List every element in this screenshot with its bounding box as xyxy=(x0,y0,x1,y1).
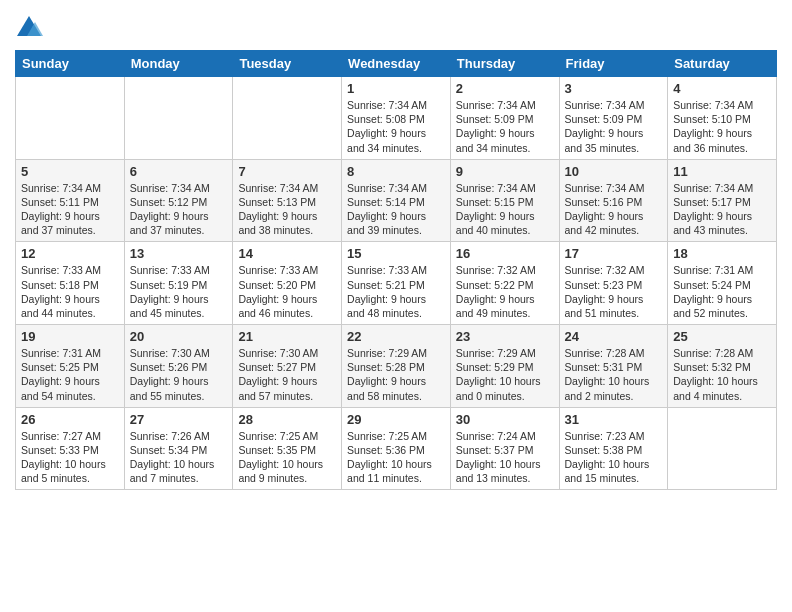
day-cell xyxy=(233,77,342,160)
header-cell-sunday: Sunday xyxy=(16,51,125,77)
day-info: Sunrise: 7:34 AM Sunset: 5:17 PM Dayligh… xyxy=(673,181,771,238)
calendar-body: 1Sunrise: 7:34 AM Sunset: 5:08 PM Daylig… xyxy=(16,77,777,490)
day-number: 4 xyxy=(673,81,771,96)
day-number: 21 xyxy=(238,329,336,344)
day-info: Sunrise: 7:32 AM Sunset: 5:22 PM Dayligh… xyxy=(456,263,554,320)
header-cell-saturday: Saturday xyxy=(668,51,777,77)
day-cell: 4Sunrise: 7:34 AM Sunset: 5:10 PM Daylig… xyxy=(668,77,777,160)
day-number: 24 xyxy=(565,329,663,344)
day-number: 5 xyxy=(21,164,119,179)
day-number: 3 xyxy=(565,81,663,96)
day-info: Sunrise: 7:30 AM Sunset: 5:27 PM Dayligh… xyxy=(238,346,336,403)
day-cell xyxy=(124,77,233,160)
day-info: Sunrise: 7:25 AM Sunset: 5:35 PM Dayligh… xyxy=(238,429,336,486)
header-row: SundayMondayTuesdayWednesdayThursdayFrid… xyxy=(16,51,777,77)
day-number: 16 xyxy=(456,246,554,261)
day-info: Sunrise: 7:34 AM Sunset: 5:12 PM Dayligh… xyxy=(130,181,228,238)
week-row-5: 26Sunrise: 7:27 AM Sunset: 5:33 PM Dayli… xyxy=(16,407,777,490)
day-info: Sunrise: 7:28 AM Sunset: 5:31 PM Dayligh… xyxy=(565,346,663,403)
day-info: Sunrise: 7:31 AM Sunset: 5:25 PM Dayligh… xyxy=(21,346,119,403)
day-number: 2 xyxy=(456,81,554,96)
day-info: Sunrise: 7:33 AM Sunset: 5:19 PM Dayligh… xyxy=(130,263,228,320)
day-cell: 5Sunrise: 7:34 AM Sunset: 5:11 PM Daylig… xyxy=(16,159,125,242)
day-cell: 29Sunrise: 7:25 AM Sunset: 5:36 PM Dayli… xyxy=(342,407,451,490)
day-cell: 7Sunrise: 7:34 AM Sunset: 5:13 PM Daylig… xyxy=(233,159,342,242)
day-cell: 24Sunrise: 7:28 AM Sunset: 5:31 PM Dayli… xyxy=(559,325,668,408)
day-info: Sunrise: 7:25 AM Sunset: 5:36 PM Dayligh… xyxy=(347,429,445,486)
header-cell-friday: Friday xyxy=(559,51,668,77)
day-number: 27 xyxy=(130,412,228,427)
day-info: Sunrise: 7:34 AM Sunset: 5:09 PM Dayligh… xyxy=(456,98,554,155)
header-cell-tuesday: Tuesday xyxy=(233,51,342,77)
day-number: 7 xyxy=(238,164,336,179)
day-number: 29 xyxy=(347,412,445,427)
day-number: 30 xyxy=(456,412,554,427)
day-info: Sunrise: 7:33 AM Sunset: 5:21 PM Dayligh… xyxy=(347,263,445,320)
week-row-1: 1Sunrise: 7:34 AM Sunset: 5:08 PM Daylig… xyxy=(16,77,777,160)
week-row-2: 5Sunrise: 7:34 AM Sunset: 5:11 PM Daylig… xyxy=(16,159,777,242)
day-cell: 20Sunrise: 7:30 AM Sunset: 5:26 PM Dayli… xyxy=(124,325,233,408)
day-number: 1 xyxy=(347,81,445,96)
day-number: 13 xyxy=(130,246,228,261)
day-info: Sunrise: 7:29 AM Sunset: 5:29 PM Dayligh… xyxy=(456,346,554,403)
day-cell: 3Sunrise: 7:34 AM Sunset: 5:09 PM Daylig… xyxy=(559,77,668,160)
day-cell: 8Sunrise: 7:34 AM Sunset: 5:14 PM Daylig… xyxy=(342,159,451,242)
day-cell: 28Sunrise: 7:25 AM Sunset: 5:35 PM Dayli… xyxy=(233,407,342,490)
day-info: Sunrise: 7:27 AM Sunset: 5:33 PM Dayligh… xyxy=(21,429,119,486)
day-cell: 30Sunrise: 7:24 AM Sunset: 5:37 PM Dayli… xyxy=(450,407,559,490)
week-row-3: 12Sunrise: 7:33 AM Sunset: 5:18 PM Dayli… xyxy=(16,242,777,325)
logo-icon xyxy=(15,14,43,42)
day-number: 17 xyxy=(565,246,663,261)
day-cell: 26Sunrise: 7:27 AM Sunset: 5:33 PM Dayli… xyxy=(16,407,125,490)
day-number: 10 xyxy=(565,164,663,179)
day-number: 12 xyxy=(21,246,119,261)
day-number: 9 xyxy=(456,164,554,179)
day-info: Sunrise: 7:33 AM Sunset: 5:20 PM Dayligh… xyxy=(238,263,336,320)
day-number: 22 xyxy=(347,329,445,344)
day-number: 11 xyxy=(673,164,771,179)
day-cell: 1Sunrise: 7:34 AM Sunset: 5:08 PM Daylig… xyxy=(342,77,451,160)
day-info: Sunrise: 7:30 AM Sunset: 5:26 PM Dayligh… xyxy=(130,346,228,403)
day-number: 15 xyxy=(347,246,445,261)
page-header xyxy=(15,10,777,42)
day-cell: 25Sunrise: 7:28 AM Sunset: 5:32 PM Dayli… xyxy=(668,325,777,408)
day-cell: 21Sunrise: 7:30 AM Sunset: 5:27 PM Dayli… xyxy=(233,325,342,408)
day-info: Sunrise: 7:31 AM Sunset: 5:24 PM Dayligh… xyxy=(673,263,771,320)
calendar-table: SundayMondayTuesdayWednesdayThursdayFrid… xyxy=(15,50,777,490)
day-info: Sunrise: 7:34 AM Sunset: 5:16 PM Dayligh… xyxy=(565,181,663,238)
day-cell xyxy=(668,407,777,490)
day-number: 20 xyxy=(130,329,228,344)
day-number: 31 xyxy=(565,412,663,427)
day-cell: 23Sunrise: 7:29 AM Sunset: 5:29 PM Dayli… xyxy=(450,325,559,408)
day-info: Sunrise: 7:23 AM Sunset: 5:38 PM Dayligh… xyxy=(565,429,663,486)
day-cell: 12Sunrise: 7:33 AM Sunset: 5:18 PM Dayli… xyxy=(16,242,125,325)
day-number: 23 xyxy=(456,329,554,344)
day-info: Sunrise: 7:34 AM Sunset: 5:15 PM Dayligh… xyxy=(456,181,554,238)
day-cell: 10Sunrise: 7:34 AM Sunset: 5:16 PM Dayli… xyxy=(559,159,668,242)
day-info: Sunrise: 7:34 AM Sunset: 5:09 PM Dayligh… xyxy=(565,98,663,155)
day-cell: 16Sunrise: 7:32 AM Sunset: 5:22 PM Dayli… xyxy=(450,242,559,325)
day-cell: 9Sunrise: 7:34 AM Sunset: 5:15 PM Daylig… xyxy=(450,159,559,242)
day-cell: 22Sunrise: 7:29 AM Sunset: 5:28 PM Dayli… xyxy=(342,325,451,408)
day-info: Sunrise: 7:34 AM Sunset: 5:11 PM Dayligh… xyxy=(21,181,119,238)
page-container: SundayMondayTuesdayWednesdayThursdayFrid… xyxy=(0,0,792,495)
header-cell-monday: Monday xyxy=(124,51,233,77)
day-cell: 18Sunrise: 7:31 AM Sunset: 5:24 PM Dayli… xyxy=(668,242,777,325)
day-info: Sunrise: 7:34 AM Sunset: 5:10 PM Dayligh… xyxy=(673,98,771,155)
day-cell: 15Sunrise: 7:33 AM Sunset: 5:21 PM Dayli… xyxy=(342,242,451,325)
day-cell: 14Sunrise: 7:33 AM Sunset: 5:20 PM Dayli… xyxy=(233,242,342,325)
day-number: 19 xyxy=(21,329,119,344)
day-number: 25 xyxy=(673,329,771,344)
logo xyxy=(15,14,47,42)
day-cell: 17Sunrise: 7:32 AM Sunset: 5:23 PM Dayli… xyxy=(559,242,668,325)
day-number: 18 xyxy=(673,246,771,261)
day-number: 8 xyxy=(347,164,445,179)
day-cell: 19Sunrise: 7:31 AM Sunset: 5:25 PM Dayli… xyxy=(16,325,125,408)
day-info: Sunrise: 7:24 AM Sunset: 5:37 PM Dayligh… xyxy=(456,429,554,486)
day-info: Sunrise: 7:32 AM Sunset: 5:23 PM Dayligh… xyxy=(565,263,663,320)
day-info: Sunrise: 7:29 AM Sunset: 5:28 PM Dayligh… xyxy=(347,346,445,403)
day-info: Sunrise: 7:28 AM Sunset: 5:32 PM Dayligh… xyxy=(673,346,771,403)
day-number: 14 xyxy=(238,246,336,261)
day-info: Sunrise: 7:33 AM Sunset: 5:18 PM Dayligh… xyxy=(21,263,119,320)
day-cell: 31Sunrise: 7:23 AM Sunset: 5:38 PM Dayli… xyxy=(559,407,668,490)
